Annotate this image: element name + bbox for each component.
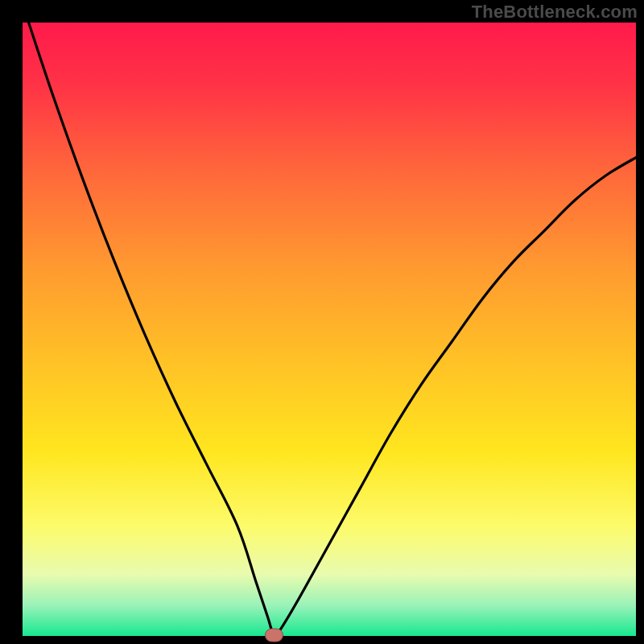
optimal-marker xyxy=(265,629,283,642)
watermark-text: TheBottleneck.com xyxy=(472,2,638,23)
bottleneck-chart xyxy=(0,0,644,644)
chart-frame: TheBottleneck.com xyxy=(0,0,644,644)
